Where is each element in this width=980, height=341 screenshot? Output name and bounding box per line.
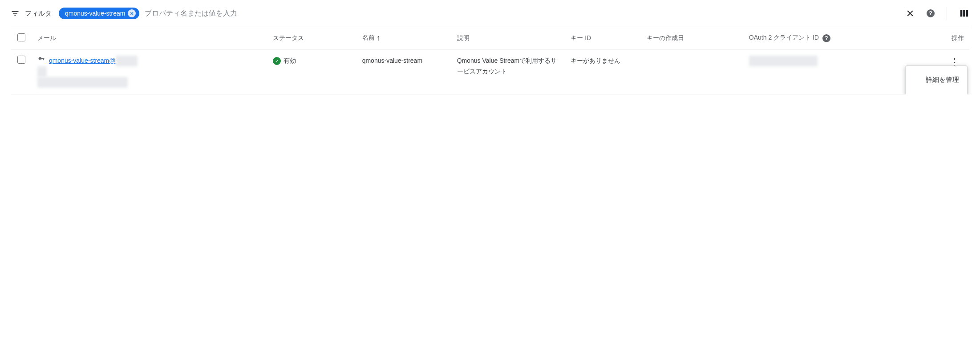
help-icon: ? (927, 9, 935, 17)
status-text: 有効 (283, 57, 296, 64)
cell-description: Qmonus Value Streamで利用するサービスアカウント (452, 49, 566, 94)
email-redacted: xxxxxxx (116, 56, 138, 66)
column-email[interactable]: メール (32, 27, 267, 49)
oauth-help-icon[interactable]: ? (822, 34, 830, 42)
email-link-cont[interactable]: xxx (37, 68, 47, 75)
email-prefix: qmonus-value-stream@ (49, 57, 116, 64)
table-row: qmonus-value-stream@xxxxxxx xxx xxxxxxxx… (11, 49, 969, 94)
service-accounts-table: メール ステータス 名前 ↑ 説明 キー ID キーの作成日 OAuth 2 ク… (11, 27, 969, 94)
column-key-id[interactable]: キー ID (565, 27, 641, 49)
help-button[interactable]: ? (924, 8, 935, 19)
clear-filter-button[interactable] (905, 8, 915, 19)
column-name-label: 名前 (362, 34, 375, 41)
email-link[interactable]: qmonus-value-stream@xxxxxxx (49, 57, 138, 64)
actions-dropdown: 詳細を管理 権限を管理 鍵を管理 指標を表示 ログを表示 無効にする 削除 (905, 65, 968, 94)
toolbar-actions: ? (905, 7, 969, 20)
email-redacted-2: xxx (37, 66, 47, 77)
cell-key-id: キーがありません (565, 49, 641, 94)
cell-name: qmonus-value-stream (357, 49, 452, 94)
svg-rect-0 (960, 10, 963, 17)
column-key-created[interactable]: キーの作成日 (641, 27, 744, 49)
filter-label: フィルタ (25, 9, 52, 18)
filter-chip[interactable]: qmonus-value-stream ✕ (59, 8, 139, 19)
row-checkbox[interactable] (17, 56, 25, 64)
svg-rect-1 (963, 10, 965, 17)
columns-icon (959, 8, 969, 18)
columns-button[interactable] (959, 8, 969, 19)
menu-manage-permissions[interactable]: 権限を管理 (906, 90, 967, 94)
filter-chip-text: qmonus-value-stream (65, 10, 125, 17)
oauth-redacted: xxxxxxxxxxxxxxxxxxxxxx (749, 56, 818, 66)
email-redacted-3: xxxxxxxxxxxxxxxxxxxxxxxxxxxxx (37, 77, 128, 88)
select-all-checkbox[interactable] (17, 33, 25, 41)
divider (947, 7, 947, 20)
cell-key-created (641, 49, 744, 94)
column-checkbox (11, 27, 32, 49)
column-status[interactable]: ステータス (267, 27, 356, 49)
cell-actions: ⋮ 詳細を管理 権限を管理 鍵を管理 指標を表示 ログを表示 無効にする 削除 (940, 49, 969, 94)
column-oauth[interactable]: OAuth 2 クライアント ID ? (744, 27, 940, 49)
filter-bar: フィルタ qmonus-value-stream ✕ ? (11, 0, 969, 27)
check-icon: ✓ (273, 57, 281, 65)
cell-email: qmonus-value-stream@xxxxxxx xxx xxxxxxxx… (32, 49, 267, 94)
svg-rect-2 (966, 10, 968, 17)
service-account-key-icon (37, 56, 45, 66)
close-icon (905, 8, 915, 18)
menu-manage-details[interactable]: 詳細を管理 (906, 69, 967, 90)
column-oauth-label: OAuth 2 クライアント ID (749, 34, 819, 41)
column-description[interactable]: 説明 (452, 27, 566, 49)
sort-ascending-icon: ↑ (377, 33, 381, 42)
chip-close-icon[interactable]: ✕ (128, 9, 136, 17)
cell-status: ✓有効 (267, 49, 356, 94)
column-name[interactable]: 名前 ↑ (357, 27, 452, 49)
column-actions: 操作 (940, 27, 969, 49)
filter-input[interactable] (145, 9, 899, 17)
filter-icon (11, 9, 20, 18)
